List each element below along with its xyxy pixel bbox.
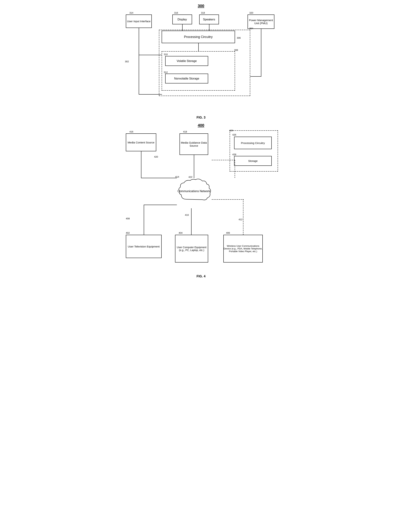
line-display-v: [182, 24, 182, 31]
ref-412: 412: [239, 218, 243, 221]
fig3-label: FIG. 3: [124, 116, 278, 120]
line-computer-v: [191, 208, 192, 235]
processing-circuitry-box: Processing Circuitry: [162, 31, 235, 43]
line-media-content-h: [141, 178, 177, 178]
comm-network-label: Communications Network: [177, 190, 210, 193]
ref-302: 302: [125, 60, 129, 63]
ref-320: 320: [249, 12, 253, 14]
line-speakers-v: [209, 24, 209, 31]
ref-402: 402: [126, 232, 130, 234]
display-box: Display: [172, 14, 192, 24]
ref-418: 418: [183, 130, 187, 133]
line-outer-left: [139, 31, 139, 94]
ref-428: 428: [232, 153, 236, 156]
ref-422: 422: [188, 176, 192, 178]
media-guidance-source-box: Media Guidance Data Source: [180, 133, 208, 155]
nonvolatile-storage-box: Nonvolatile Storage: [165, 74, 208, 83]
dashed-line-wireless-v: [243, 199, 243, 235]
storage-box: Storage: [234, 156, 272, 166]
fig4-diagram: 416 Media Content Source 418 Media Guida…: [124, 129, 278, 273]
ref-308: 308: [234, 49, 238, 51]
line-media-guidance-v: [194, 155, 194, 178]
ref-310: 310: [164, 53, 168, 56]
pmu-box: Power Management Unit (PMU): [248, 14, 274, 29]
comm-network-cloud: Communications Network: [176, 178, 212, 205]
line-tv-h: [144, 205, 177, 205]
fig4-title: 400: [124, 123, 278, 128]
ref-416: 416: [129, 130, 133, 133]
volatile-storage-box: Volatile Storage: [165, 56, 208, 66]
ref-318: 318: [201, 12, 205, 14]
ref-312: 312: [164, 71, 168, 74]
fig4-label: FIG. 4: [124, 274, 278, 278]
ref-314: 314: [129, 12, 133, 14]
ref-304: 304: [249, 27, 253, 30]
ref-426: 426: [232, 133, 236, 136]
line-pmu-v: [261, 29, 261, 76]
line-outer-bottom: [139, 94, 162, 95]
user-tv-box: User Television Equipment: [126, 235, 162, 258]
page: 300 314 User Input Interface 316 Display…: [124, 4, 278, 278]
user-input-interface-box: User Input Interface: [126, 14, 152, 28]
fig3-title: 300: [124, 4, 278, 8]
ref-424: 424: [229, 129, 233, 132]
line-media-content-v: [141, 151, 141, 178]
speakers-box: Speakers: [199, 14, 219, 24]
ref-316: 316: [174, 12, 178, 14]
user-computer-box: User Computer Equipment (e.g., PC, Lapto…: [175, 235, 208, 262]
line-tv-v: [144, 205, 144, 235]
line-proc-storage-v: [198, 43, 199, 51]
ref-406: 406: [226, 232, 230, 234]
dashed-line-proc-comm-v: [235, 160, 235, 178]
ref-408: 408: [126, 217, 130, 220]
ref-420: 420: [154, 155, 158, 158]
wireless-box: Wireless User Communications Device (e.g…: [223, 235, 263, 262]
line-pmu-h: [250, 76, 261, 77]
ref-404: 404: [179, 232, 182, 234]
ref-306: 306: [237, 37, 241, 39]
ref-410: 410: [185, 214, 189, 216]
fig3-diagram: 314 User Input Interface 316 Display 318…: [124, 10, 278, 114]
media-content-source-box: Media Content Source: [126, 133, 156, 151]
line-uii-h: [139, 55, 162, 55]
dashed-line-wireless-h: [212, 199, 244, 200]
fig4-processing-box: Processing Circuitry: [234, 137, 272, 149]
dashed-line-proc-comm-h: [212, 160, 235, 160]
